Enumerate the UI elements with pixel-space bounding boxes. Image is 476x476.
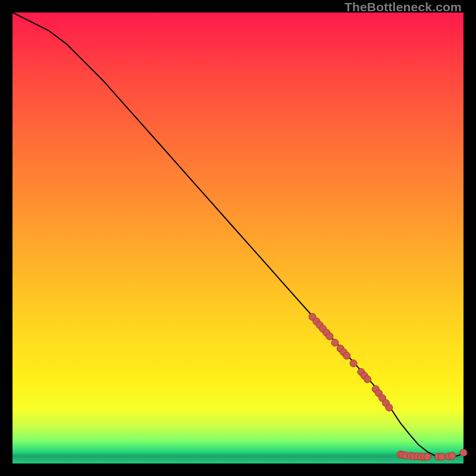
- data-marker: [386, 404, 393, 411]
- chart-stage: TheBottleneck.com: [0, 0, 476, 476]
- data-marker: [326, 333, 333, 340]
- marker-layer: [309, 314, 467, 461]
- data-marker: [449, 452, 456, 459]
- data-marker: [460, 449, 467, 456]
- bottleneck-curve: [12, 12, 464, 457]
- data-marker: [331, 339, 339, 346]
- data-marker: [439, 453, 446, 461]
- data-marker: [424, 453, 431, 461]
- chart-overlay: [12, 12, 464, 464]
- data-marker: [343, 352, 350, 359]
- data-marker: [350, 360, 357, 367]
- data-marker: [364, 375, 371, 383]
